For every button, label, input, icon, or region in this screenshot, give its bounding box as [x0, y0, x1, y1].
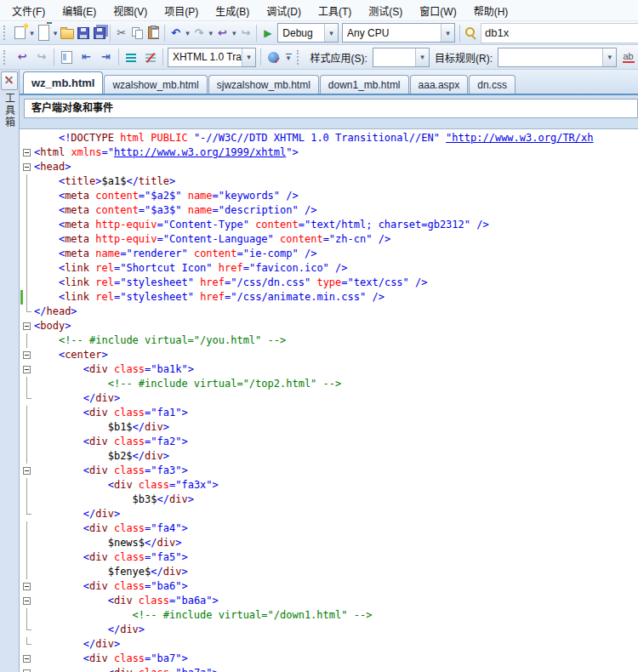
- fold-margin: [20, 507, 34, 521]
- code-line: <div class="ba6a">: [20, 594, 638, 608]
- code-line: <!-- #include virtual="/top2.html" -->: [20, 377, 638, 391]
- search-input[interactable]: [481, 26, 638, 41]
- main-area: 工具箱 wz_mb.html wzalshow_mb.html sjwzalsh…: [0, 70, 638, 672]
- code-area[interactable]: <!DOCTYPE html PUBLIC "-//W3C//DTD XHTML…: [20, 129, 638, 672]
- style-ab-button[interactable]: [618, 48, 638, 66]
- document-area: wz_mb.html wzalshow_mb.html sjwzalshow_m…: [20, 70, 638, 672]
- fold-toggle-icon[interactable]: [20, 579, 34, 594]
- fold-margin: [20, 435, 34, 449]
- fold-margin: [20, 333, 34, 348]
- code-line: <center>: [20, 348, 638, 362]
- redo-button[interactable]: ↷: [191, 24, 208, 43]
- tab[interactable]: aaa.aspx: [410, 75, 469, 94]
- new-item-icon: [14, 26, 26, 39]
- undo-dropdown-icon[interactable]: [184, 24, 191, 43]
- undo-button[interactable]: ↶: [168, 24, 184, 43]
- fold-margin: [20, 131, 34, 145]
- toolbar-grip[interactable]: [3, 26, 8, 40]
- menu-item[interactable]: 调试(D): [258, 0, 310, 21]
- cut-button[interactable]: ✂: [113, 24, 129, 43]
- menu-item[interactable]: 生成(B): [207, 0, 258, 21]
- new-item-button[interactable]: [12, 24, 28, 43]
- decrease-indent-button[interactable]: ⇤: [77, 48, 96, 66]
- fold-toggle-icon[interactable]: [20, 319, 34, 333]
- menu-item[interactable]: 测试(S): [360, 0, 411, 21]
- open-folder-icon: [60, 29, 74, 39]
- toolbar-options-icon[interactable]: [283, 54, 294, 61]
- save-button[interactable]: [75, 24, 91, 43]
- save-all-button[interactable]: [91, 24, 107, 43]
- chevron-down-icon[interactable]: [415, 48, 429, 66]
- validate-document-button[interactable]: [264, 48, 283, 66]
- paste-button[interactable]: [145, 24, 162, 43]
- fold-toggle-icon[interactable]: [20, 594, 34, 608]
- redo-dropdown-icon[interactable]: [208, 24, 214, 43]
- increase-indent-button[interactable]: ⇥: [96, 48, 116, 66]
- code-line: <!-- #include virtual="/you.html" -->: [20, 333, 638, 348]
- chevron-down-icon[interactable]: [441, 24, 454, 42]
- add-item-button[interactable]: [36, 24, 52, 43]
- code-line: <link rel="stylesheet" href="/css/dn.css…: [20, 276, 638, 290]
- menu-item[interactable]: 编辑(E): [54, 0, 105, 21]
- fold-toggle-icon[interactable]: [20, 362, 34, 377]
- toolbar-grip[interactable]: [3, 50, 9, 65]
- uncomment-lines-button[interactable]: [140, 48, 160, 66]
- toolbar-separator: [110, 25, 111, 42]
- style-apply-combo[interactable]: [373, 48, 430, 67]
- format-selection-button[interactable]: [57, 48, 77, 66]
- code-line: </div>: [20, 391, 638, 406]
- menu-item[interactable]: 项目(P): [156, 0, 207, 21]
- chevron-down-icon[interactable]: [242, 48, 255, 66]
- code-line: <!-- #include virtual="/down1.html" -->: [20, 608, 638, 623]
- fold-toggle-icon[interactable]: [20, 145, 34, 160]
- navigate-backward-dropdown-icon[interactable]: [231, 24, 237, 43]
- debug-config-combo[interactable]: Debug: [277, 23, 339, 43]
- tab[interactable]: dn.css: [469, 75, 516, 94]
- fold-margin: [20, 391, 34, 406]
- ide-window: 文件(F)编辑(E)视图(V)项目(P)生成(B)调试(D)工具(T)测试(S)…: [0, 0, 638, 672]
- code-line: <link rel="Shortcut Icon" href="favicon.…: [20, 261, 638, 276]
- chevron-down-icon[interactable]: [602, 48, 616, 66]
- client-objects-dropdown[interactable]: 客户端对象和事件: [24, 99, 638, 118]
- toolbar-grip[interactable]: [297, 50, 302, 65]
- start-debug-button[interactable]: ▶: [259, 24, 276, 43]
- tab[interactable]: sjwzalshow_mb.html: [208, 75, 319, 94]
- code-line: <meta http-equiv="Content-Type" content=…: [20, 218, 638, 232]
- comment-lines-button[interactable]: [122, 48, 141, 66]
- copy-button[interactable]: [129, 24, 145, 43]
- new-item-dropdown-icon[interactable]: [28, 24, 35, 43]
- menu-item[interactable]: 文件(F): [3, 0, 54, 21]
- tab[interactable]: wz_mb.html: [23, 71, 103, 94]
- menu-item[interactable]: 工具(T): [310, 0, 360, 21]
- add-item-dropdown-icon[interactable]: [52, 24, 59, 43]
- start-debug-icon: ▶: [260, 26, 275, 40]
- navigate-forward-button[interactable]: ↪: [32, 48, 52, 66]
- target-rule-combo[interactable]: [498, 48, 617, 67]
- toolbox-tab[interactable]: 工具箱: [1, 71, 18, 128]
- find-button[interactable]: [463, 24, 479, 43]
- platform-combo[interactable]: Any CPU: [342, 23, 455, 43]
- code-line: <head>: [20, 160, 638, 174]
- fold-margin: [20, 420, 34, 435]
- fold-toggle-icon[interactable]: [20, 464, 34, 478]
- tab[interactable]: wzalshow_mb.html: [104, 75, 207, 94]
- fold-toggle-icon[interactable]: [20, 666, 34, 672]
- fold-toggle-icon[interactable]: [20, 348, 34, 362]
- fold-margin: [20, 218, 34, 232]
- menu-item[interactable]: 视图(V): [105, 0, 156, 21]
- save-all-icon: [94, 27, 105, 39]
- fold-toggle-icon[interactable]: [20, 160, 34, 174]
- navigate-backward-button[interactable]: ↩: [13, 48, 32, 66]
- standard-toolbar: ✂ ↶ ↷ ↩ ↪ ▶ Debug Any CPU: [0, 21, 638, 45]
- fold-margin: [20, 521, 34, 536]
- copy-icon: [132, 27, 144, 39]
- fold-toggle-icon[interactable]: [20, 652, 34, 666]
- navigate-forward-button[interactable]: ↪: [237, 24, 253, 43]
- navigate-backward-button[interactable]: ↩: [214, 24, 231, 43]
- open-file-button[interactable]: [59, 24, 75, 43]
- chevron-down-icon[interactable]: [324, 24, 338, 42]
- menu-item[interactable]: 帮助(H): [465, 0, 517, 21]
- schema-combo[interactable]: XHTML 1.0 Transitic: [168, 48, 256, 67]
- menu-item[interactable]: 窗口(W): [411, 0, 464, 21]
- tab[interactable]: down1_mb.html: [320, 75, 409, 94]
